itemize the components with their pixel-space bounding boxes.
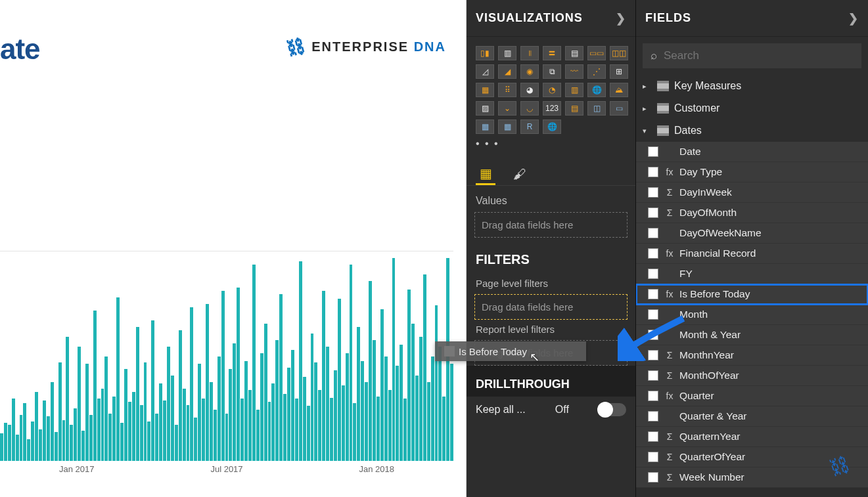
- field-checkbox[interactable]: [648, 167, 658, 177]
- viz-type-tile[interactable]: ◔: [543, 83, 561, 97]
- field-dayofmonth[interactable]: ΣDayOfMonth: [636, 203, 868, 223]
- chart-bar[interactable]: [16, 435, 19, 461]
- chart-bar[interactable]: [252, 265, 256, 461]
- chart-bar[interactable]: [136, 327, 139, 461]
- field-monthofyear[interactable]: ΣMonthOfYear: [636, 366, 868, 386]
- viz-type-tile[interactable]: ⧉: [543, 64, 561, 79]
- keep-all-filters-toggle[interactable]: [599, 403, 626, 416]
- chart-bar[interactable]: [334, 370, 337, 461]
- field-checkbox[interactable]: [648, 187, 658, 198]
- chart-bar[interactable]: [120, 423, 124, 461]
- chart-bar[interactable]: [159, 383, 162, 461]
- chart-bar[interactable]: [183, 389, 186, 461]
- chart-bar[interactable]: [423, 274, 426, 461]
- chart-bar[interactable]: [140, 405, 143, 461]
- chart-bar[interactable]: [47, 416, 50, 461]
- chart-bar[interactable]: [155, 414, 158, 461]
- viz-type-tile[interactable]: ▭▭: [587, 46, 606, 60]
- field-checkbox[interactable]: [648, 207, 658, 218]
- chart-bar[interactable]: [210, 382, 213, 461]
- field-dayinweek[interactable]: ΣDayInWeek: [636, 183, 868, 203]
- viz-type-tile[interactable]: ⫴: [520, 46, 539, 60]
- field-quarter[interactable]: fxQuarter: [636, 386, 868, 406]
- chart-bar[interactable]: [384, 357, 388, 462]
- table-key-measures[interactable]: ▸Key Measures: [636, 75, 868, 97]
- viz-type-tile[interactable]: 🌐: [543, 119, 561, 134]
- chart-bar[interactable]: [194, 418, 197, 461]
- field-fy[interactable]: FY: [636, 264, 868, 284]
- chart-bar[interactable]: [287, 368, 290, 461]
- viz-type-tile[interactable]: ◫◫: [610, 46, 628, 60]
- field-checkbox[interactable]: [648, 370, 658, 381]
- chart-bar[interactable]: [85, 364, 89, 461]
- chart-bar[interactable]: [291, 350, 294, 461]
- chart-bar[interactable]: [198, 364, 201, 461]
- chart-bar[interactable]: [264, 324, 267, 461]
- fields-search[interactable]: ⌕: [643, 43, 861, 68]
- viz-type-tile[interactable]: ◢: [498, 64, 516, 79]
- field-checkbox[interactable]: [648, 472, 658, 483]
- viz-type-tile[interactable]: ⛰: [610, 83, 628, 97]
- field-monthnyear[interactable]: ΣMonthnYear: [636, 345, 868, 366]
- chart-bar[interactable]: [190, 307, 193, 461]
- chart-bar[interactable]: [260, 353, 263, 461]
- chart-bar[interactable]: [112, 397, 116, 461]
- chart-bar[interactable]: [314, 362, 317, 461]
- viz-type-tile[interactable]: 🌐: [587, 83, 606, 97]
- chart-bar[interactable]: [147, 421, 150, 461]
- chart-bar[interactable]: [411, 324, 415, 461]
- chart-bar[interactable]: [51, 382, 54, 461]
- field-financial-record[interactable]: fxFinancial Record: [636, 244, 868, 264]
- chart-bar[interactable]: [373, 340, 376, 461]
- chart-bar[interactable]: [116, 297, 120, 461]
- more-visuals-button[interactable]: • • •: [467, 138, 635, 156]
- report-canvas[interactable]: ate ⛓ ENTERPRISE DNA Jan 2017 Jul 2017 J…: [0, 0, 467, 497]
- field-checkbox[interactable]: [648, 269, 658, 279]
- chart-bar[interactable]: [244, 361, 248, 461]
- field-checkbox[interactable]: [648, 330, 658, 340]
- chart-bar[interactable]: [279, 294, 283, 461]
- viz-type-tile[interactable]: ▦: [476, 83, 494, 97]
- field-checkbox[interactable]: [648, 411, 658, 421]
- chart-bar[interactable]: [171, 376, 174, 461]
- chart-bar[interactable]: [400, 345, 403, 461]
- chart-bar[interactable]: [380, 309, 384, 461]
- chart-bar[interactable]: [407, 290, 411, 461]
- viz-type-tile[interactable]: ▦: [498, 119, 516, 134]
- chart-bar[interactable]: [396, 366, 399, 461]
- viz-type-tile[interactable]: 〓: [543, 46, 561, 60]
- chart-bar[interactable]: [377, 397, 380, 461]
- chart-bar[interactable]: [446, 258, 449, 461]
- chart-bar[interactable]: [248, 390, 252, 461]
- chevron-right-icon[interactable]: ❯: [848, 11, 859, 26]
- chart-bar[interactable]: [89, 415, 93, 461]
- chart-bar[interactable]: [431, 357, 434, 462]
- viz-type-tile[interactable]: ▥: [498, 46, 516, 60]
- field-day-type[interactable]: fxDay Type: [636, 162, 868, 183]
- chart-bar[interactable]: [217, 357, 221, 462]
- chart-bar[interactable]: [81, 431, 85, 461]
- chart-bar[interactable]: [419, 337, 423, 461]
- viz-type-tile[interactable]: R: [520, 119, 539, 134]
- chart-bar[interactable]: [295, 399, 298, 461]
- field-checkbox[interactable]: [648, 391, 658, 401]
- chart-bar[interactable]: [361, 361, 364, 461]
- field-checkbox[interactable]: [648, 289, 658, 299]
- chart-bar[interactable]: [237, 288, 240, 461]
- chart-bar[interactable]: [167, 347, 170, 461]
- chart-bar[interactable]: [346, 353, 349, 461]
- chart-bar[interactable]: [187, 405, 190, 461]
- field-month[interactable]: Month: [636, 305, 868, 325]
- chart-bar[interactable]: [175, 425, 178, 461]
- chart-bar[interactable]: [365, 382, 368, 461]
- chart-bar[interactable]: [179, 330, 182, 461]
- chart-bar[interactable]: [369, 281, 372, 461]
- chart-bar[interactable]: [4, 423, 7, 461]
- viz-type-tile[interactable]: ▨: [476, 101, 494, 116]
- visualizations-header[interactable]: VISUALIZATIONS ❯: [467, 0, 635, 37]
- viz-type-tile[interactable]: ▭: [610, 101, 628, 116]
- viz-type-tile[interactable]: ◿: [476, 64, 494, 79]
- chart-bar[interactable]: [271, 383, 275, 461]
- search-input[interactable]: [664, 49, 854, 62]
- field-checkbox[interactable]: [648, 431, 658, 442]
